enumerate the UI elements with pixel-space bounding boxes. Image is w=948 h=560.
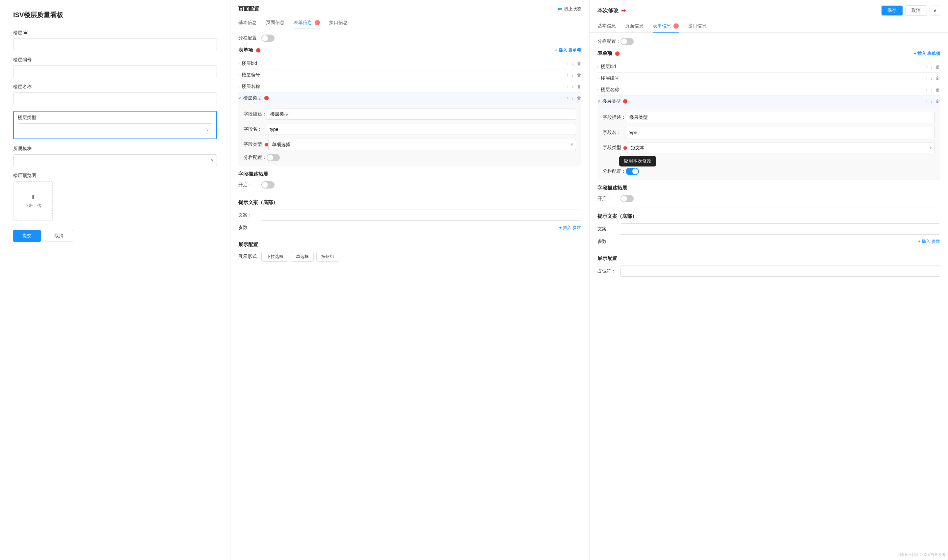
upload-icon: ⬇ <box>31 194 35 201</box>
floor-name-label: 楼层名称 <box>13 84 217 90</box>
mod-field-desc-row: 字段描述： <box>603 112 935 123</box>
move-up-number-icon[interactable]: ↑ <box>567 72 569 78</box>
field-type-label: 字段类型 🔴 <box>244 142 268 148</box>
mod-delete-number-icon[interactable]: 🗑 <box>936 76 940 81</box>
upload-box[interactable]: ⬇ 点击上传 <box>13 181 53 221</box>
mod-field-desc-ext-toggle[interactable] <box>620 195 634 202</box>
mod-delete-type-icon[interactable]: 🗑 <box>936 99 940 104</box>
floor-bid-label: 楼层bid <box>13 30 217 36</box>
mod-field-split-toggle[interactable] <box>626 168 639 175</box>
field-desc-ext-toggle[interactable] <box>261 181 274 189</box>
params-label: 参数 <box>238 225 248 231</box>
mod-expand-bid-icon[interactable]: › <box>597 65 599 69</box>
form-btn-group: 提交 取消 <box>13 230 217 242</box>
mod-field-type-icon: 🔴 <box>623 146 627 150</box>
mod-field-type-select[interactable]: 单项选择 多项选择 短文本 长文本 <box>627 142 935 153</box>
tab-form-info[interactable]: 表单信息 <box>294 17 320 29</box>
mod-insert-form-item-btn[interactable]: + 插入 表单项 <box>914 51 940 57</box>
floor-module-select[interactable] <box>13 154 217 166</box>
floor-name-input[interactable] <box>13 92 217 104</box>
floor-type-label: 楼层类型 <box>18 115 212 121</box>
mod-move-down-name-icon[interactable]: ↓ <box>931 87 933 92</box>
page-config-panel: 页面配置 ⬅ 线上状态 基本信息 页面信息 表单信息 接口信息 分栏配置： 表单… <box>230 0 589 560</box>
mod-field-desc-label: 字段描述： <box>603 114 626 120</box>
mod-split-toggle[interactable] <box>620 38 634 45</box>
mod-expand-name-icon[interactable]: › <box>597 88 599 92</box>
floor-type-field: 楼层类型 ∨ <box>13 111 217 139</box>
field-type-icon: 🔴 <box>264 143 268 146</box>
expand-name-icon[interactable]: › <box>238 84 240 89</box>
insert-params-btn[interactable]: + 插入 参数 <box>559 225 581 231</box>
move-down-number-icon[interactable]: ↓ <box>572 72 574 78</box>
expand-type-icon[interactable]: ∨ <box>238 96 241 100</box>
save-button[interactable]: 保存 <box>882 6 903 15</box>
mod-tab-api[interactable]: 接口信息 <box>688 20 706 32</box>
mod-expand-type-icon[interactable]: ∨ <box>597 99 600 104</box>
mod-field-type-select-wrap: 单项选择 多项选择 短文本 长文本 <box>627 142 935 153</box>
field-split-toggle[interactable] <box>267 154 280 161</box>
modify-cancel-button[interactable]: 取消 <box>905 5 927 16</box>
delete-type-icon[interactable]: 🗑 <box>577 95 581 101</box>
field-desc-label: 字段描述： <box>244 111 267 117</box>
mod-move-down-type-icon[interactable]: ↓ <box>931 99 933 104</box>
mod-move-up-bid-icon[interactable]: ↑ <box>926 64 928 69</box>
mod-expand-number-icon[interactable]: › <box>597 76 599 81</box>
cancel-button[interactable]: 取消 <box>45 230 73 242</box>
field-name-input[interactable] <box>266 124 576 135</box>
tab-basic-info[interactable]: 基本信息 <box>238 17 257 29</box>
expand-number-icon[interactable]: › <box>238 73 240 77</box>
item-actions-name: ↑ ↓ 🗑 <box>567 84 581 89</box>
mod-placeholder-input[interactable] <box>620 266 940 277</box>
mod-delete-bid-icon[interactable]: 🗑 <box>936 64 940 69</box>
mod-field-desc-ext-enable-label: 开启： <box>597 196 620 202</box>
display-btn-button-group[interactable]: 按钮组 <box>316 252 339 262</box>
move-up-name-icon[interactable]: ↑ <box>567 84 569 89</box>
floor-module-label: 所属模块 <box>13 146 217 152</box>
move-down-name-icon[interactable]: ↓ <box>572 84 574 89</box>
insert-form-item-btn[interactable]: + 插入 表单项 <box>555 48 581 53</box>
delete-name-icon[interactable]: 🗑 <box>577 84 581 89</box>
display-btn-dropdown[interactable]: 下拉选框 <box>261 252 288 262</box>
submit-button[interactable]: 提交 <box>13 230 41 242</box>
mod-field-desc-input[interactable] <box>626 112 935 123</box>
mod-move-down-number-icon[interactable]: ↓ <box>931 76 933 81</box>
floor-type-select[interactable] <box>18 123 212 135</box>
mod-move-down-bid-icon[interactable]: ↓ <box>931 64 933 69</box>
mod-tab-page[interactable]: 页面信息 <box>625 20 644 32</box>
display-btn-radio[interactable]: 单选框 <box>291 252 314 262</box>
display-options: 下拉选框 单选框 按钮组 <box>261 252 339 262</box>
split-toggle[interactable] <box>261 35 274 42</box>
expand-bid-icon[interactable]: › <box>238 61 240 66</box>
mod-delete-name-icon[interactable]: 🗑 <box>936 87 940 92</box>
mod-item-name-name: 楼层名称 <box>601 87 926 93</box>
mod-placeholder-label: 占位符： <box>597 268 620 274</box>
tab-page-info[interactable]: 页面信息 <box>266 17 284 29</box>
floor-bid-input[interactable] <box>13 38 217 50</box>
mod-insert-params-btn[interactable]: + 插入 参数 <box>918 238 940 245</box>
mod-form-items-heading: 表单项 🔴 <box>597 50 620 57</box>
mod-tab-basic[interactable]: 基本信息 <box>597 20 616 32</box>
field-type-select[interactable]: 单项选择 多项选择 短文本 长文本 <box>268 139 576 150</box>
mod-field-name-input[interactable] <box>625 127 935 138</box>
arrow-left-icon: ⬅ <box>557 5 562 12</box>
mod-move-up-number-icon[interactable]: ↑ <box>926 76 928 81</box>
move-down-type-icon[interactable]: ↓ <box>572 95 574 101</box>
bottom-hint-copy-input[interactable] <box>261 209 581 221</box>
move-up-type-icon[interactable]: ↑ <box>567 95 569 101</box>
field-desc-input[interactable] <box>267 109 576 120</box>
delete-bid-icon[interactable]: 🗑 <box>577 61 581 66</box>
mod-tab-form[interactable]: 表单信息 <box>653 20 679 32</box>
move-down-bid-icon[interactable]: ↓ <box>572 61 574 66</box>
tab-api-info[interactable]: 接口信息 <box>329 17 348 29</box>
floor-number-input[interactable] <box>13 66 217 77</box>
move-up-bid-icon[interactable]: ↑ <box>567 61 569 66</box>
mod-move-up-name-icon[interactable]: ↑ <box>926 87 928 92</box>
panel-save-actions: 保存 取消 ∨ <box>882 5 940 16</box>
floor-module-field: 所属模块 ∨ <box>13 146 217 166</box>
more-button[interactable]: ∨ <box>930 6 940 15</box>
mod-tab-form-badge <box>674 23 679 29</box>
form-items-title: 表单项 🔴 <box>238 47 261 53</box>
mod-move-up-type-icon[interactable]: ↑ <box>926 99 928 104</box>
mod-bottom-hint-copy-input[interactable] <box>620 223 940 235</box>
delete-number-icon[interactable]: 🗑 <box>577 72 581 78</box>
